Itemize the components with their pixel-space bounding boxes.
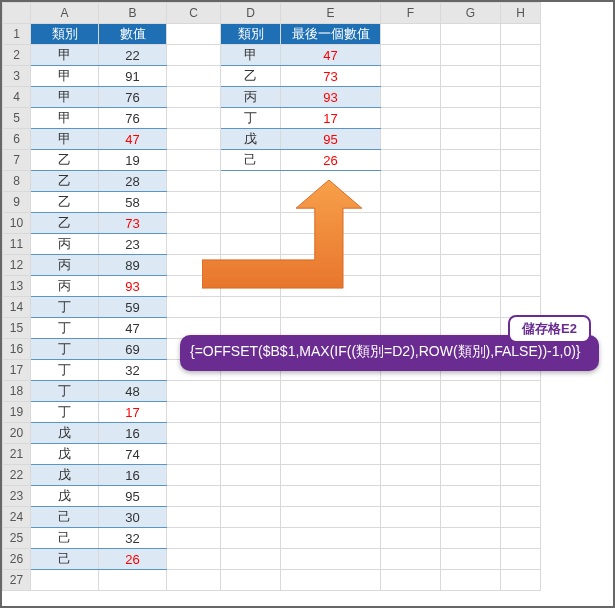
cell-B14[interactable]: 59 (99, 297, 167, 318)
cell-C14[interactable] (167, 297, 221, 318)
cell-A12[interactable]: 丙 (31, 255, 99, 276)
cell-F6[interactable] (381, 129, 441, 150)
cell-H11[interactable] (501, 234, 541, 255)
cell-D8[interactable] (221, 171, 281, 192)
cell-B5[interactable]: 76 (99, 108, 167, 129)
col-header-H[interactable]: H (501, 3, 541, 24)
row-header-17[interactable]: 17 (3, 360, 31, 381)
cell-C9[interactable] (167, 192, 221, 213)
cell-H21[interactable] (501, 444, 541, 465)
row-header-24[interactable]: 24 (3, 507, 31, 528)
cell-E2[interactable]: 47 (281, 45, 381, 66)
row-header-15[interactable]: 15 (3, 318, 31, 339)
cell-H1[interactable] (501, 24, 541, 45)
cell-G25[interactable] (441, 528, 501, 549)
row-header-20[interactable]: 20 (3, 423, 31, 444)
cell-A1[interactable]: 類別 (31, 24, 99, 45)
cell-H20[interactable] (501, 423, 541, 444)
cell-C18[interactable] (167, 381, 221, 402)
cell-B23[interactable]: 95 (99, 486, 167, 507)
cell-C24[interactable] (167, 507, 221, 528)
cell-D11[interactable] (221, 234, 281, 255)
cell-G5[interactable] (441, 108, 501, 129)
cell-D23[interactable] (221, 486, 281, 507)
cell-A17[interactable]: 丁 (31, 360, 99, 381)
cell-A24[interactable]: 己 (31, 507, 99, 528)
cell-B20[interactable]: 16 (99, 423, 167, 444)
cell-F5[interactable] (381, 108, 441, 129)
cell-F10[interactable] (381, 213, 441, 234)
cell-H2[interactable] (501, 45, 541, 66)
row-header-11[interactable]: 11 (3, 234, 31, 255)
cell-C13[interactable] (167, 276, 221, 297)
row-header-3[interactable]: 3 (3, 66, 31, 87)
cell-A19[interactable]: 丁 (31, 402, 99, 423)
cell-F24[interactable] (381, 507, 441, 528)
cell-H27[interactable] (501, 570, 541, 591)
cell-F20[interactable] (381, 423, 441, 444)
cell-G14[interactable] (441, 297, 501, 318)
row-header-27[interactable]: 27 (3, 570, 31, 591)
row-header-21[interactable]: 21 (3, 444, 31, 465)
cell-B25[interactable]: 32 (99, 528, 167, 549)
cell-H24[interactable] (501, 507, 541, 528)
row-header-14[interactable]: 14 (3, 297, 31, 318)
cell-H7[interactable] (501, 150, 541, 171)
cell-G2[interactable] (441, 45, 501, 66)
cell-B18[interactable]: 48 (99, 381, 167, 402)
cell-C3[interactable] (167, 66, 221, 87)
cell-D22[interactable] (221, 465, 281, 486)
cell-C10[interactable] (167, 213, 221, 234)
cell-F22[interactable] (381, 465, 441, 486)
cell-B6[interactable]: 47 (99, 129, 167, 150)
cell-B22[interactable]: 16 (99, 465, 167, 486)
row-header-6[interactable]: 6 (3, 129, 31, 150)
row-header-4[interactable]: 4 (3, 87, 31, 108)
cell-C2[interactable] (167, 45, 221, 66)
cell-G6[interactable] (441, 129, 501, 150)
cell-C23[interactable] (167, 486, 221, 507)
cell-A10[interactable]: 乙 (31, 213, 99, 234)
cell-C25[interactable] (167, 528, 221, 549)
cell-C20[interactable] (167, 423, 221, 444)
cell-G27[interactable] (441, 570, 501, 591)
cell-F9[interactable] (381, 192, 441, 213)
cell-G10[interactable] (441, 213, 501, 234)
cell-H12[interactable] (501, 255, 541, 276)
cell-D26[interactable] (221, 549, 281, 570)
cell-F23[interactable] (381, 486, 441, 507)
row-header-8[interactable]: 8 (3, 171, 31, 192)
cell-G23[interactable] (441, 486, 501, 507)
cell-A14[interactable]: 丁 (31, 297, 99, 318)
cell-B12[interactable]: 89 (99, 255, 167, 276)
cell-H13[interactable] (501, 276, 541, 297)
cell-F26[interactable] (381, 549, 441, 570)
cell-B4[interactable]: 76 (99, 87, 167, 108)
cell-G13[interactable] (441, 276, 501, 297)
cell-B7[interactable]: 19 (99, 150, 167, 171)
cell-A22[interactable]: 戊 (31, 465, 99, 486)
cell-F7[interactable] (381, 150, 441, 171)
cell-C21[interactable] (167, 444, 221, 465)
cell-G18[interactable] (441, 381, 501, 402)
cell-B15[interactable]: 47 (99, 318, 167, 339)
cell-C26[interactable] (167, 549, 221, 570)
cell-E21[interactable] (281, 444, 381, 465)
cell-F14[interactable] (381, 297, 441, 318)
cell-F12[interactable] (381, 255, 441, 276)
cell-D7[interactable]: 己 (221, 150, 281, 171)
cell-B3[interactable]: 91 (99, 66, 167, 87)
cell-F8[interactable] (381, 171, 441, 192)
cell-E9[interactable] (281, 192, 381, 213)
row-header-18[interactable]: 18 (3, 381, 31, 402)
cell-D2[interactable]: 甲 (221, 45, 281, 66)
row-header-1[interactable]: 1 (3, 24, 31, 45)
cell-G21[interactable] (441, 444, 501, 465)
cell-E24[interactable] (281, 507, 381, 528)
cell-D5[interactable]: 丁 (221, 108, 281, 129)
row-header-22[interactable]: 22 (3, 465, 31, 486)
cell-E23[interactable] (281, 486, 381, 507)
corner-cell[interactable] (3, 3, 31, 24)
cell-A4[interactable]: 甲 (31, 87, 99, 108)
cell-G9[interactable] (441, 192, 501, 213)
